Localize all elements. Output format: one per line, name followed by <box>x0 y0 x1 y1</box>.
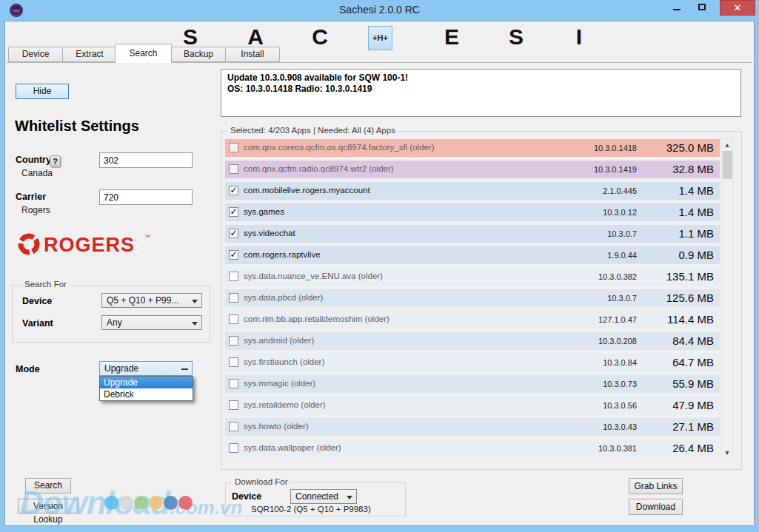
app-row[interactable]: sys.android (older)10.3.0.20884.4 MB <box>225 332 720 350</box>
scroll-up-icon[interactable]: ▲ <box>722 140 732 150</box>
app-checkbox[interactable] <box>229 272 238 281</box>
device-label: Device <box>22 296 52 306</box>
app-version: 10.3.0.73 <box>603 380 637 388</box>
app-row[interactable]: ✓sys.games10.3.0.121.4 MB <box>225 203 720 221</box>
chevron-down-icon <box>192 300 198 303</box>
app-row[interactable]: sys.howto (older)10.3.0.4327.1 MB <box>225 418 720 436</box>
carrier-name: Rogers <box>21 205 50 215</box>
minimize-icon <box>673 9 681 10</box>
rogers-swirl-icon <box>17 232 41 256</box>
search-for-group: Search For Device Q5 + Q10 + P99... Vari… <box>12 285 210 343</box>
app-checkbox-checked[interactable]: ✓ <box>229 229 238 238</box>
mode-combo[interactable]: Upgrade <box>99 361 193 376</box>
app-row[interactable]: sys.data.nuance_ve.ENU.ava (older)10.3.0… <box>225 268 720 286</box>
app-row[interactable]: sys.mmagic (older)10.3.0.7355.9 MB <box>225 375 720 393</box>
download-device-combo[interactable]: Connected <box>290 489 357 504</box>
app-name: com.qnx.qcfm.radio.qc8974.wtr2 (older) <box>244 164 394 173</box>
app-size: 1.4 MB <box>678 184 714 197</box>
variant-combo[interactable]: Any <box>101 315 202 330</box>
download-button[interactable]: Download <box>629 499 683 515</box>
logo-letter-s2: S <box>507 24 525 50</box>
app-checkbox[interactable] <box>229 143 238 152</box>
search-button[interactable]: Search <box>25 478 71 494</box>
app-checkbox[interactable] <box>229 164 238 174</box>
tab-device[interactable]: Device <box>8 47 63 62</box>
close-button[interactable]: ✕ <box>720 0 755 16</box>
logo-letter-e: E <box>443 24 461 50</box>
tab-backup[interactable]: Backup <box>171 47 226 62</box>
grab-links-button[interactable]: Grab Links <box>629 478 683 494</box>
version-lookup-button[interactable]: Version Lookup <box>18 499 78 514</box>
country-code-input[interactable] <box>99 152 193 168</box>
search-for-title: Search For <box>21 280 70 289</box>
carrier-label: Carrier <box>16 192 46 202</box>
app-row[interactable]: sys.firstlaunch (older)10.3.0.8464.7 MB <box>225 354 720 371</box>
app-checkbox-checked[interactable]: ✓ <box>229 207 238 217</box>
logo-letter-c: C <box>311 24 329 50</box>
hide-button[interactable]: Hide <box>16 84 69 99</box>
update-line1: Update 10.3.0.908 available for SQW 100-… <box>227 73 735 84</box>
app-size: 135.1 MB <box>666 270 714 283</box>
app-row[interactable]: ✓sys.videochat10.3.0.71.1 MB <box>225 225 720 243</box>
app-checkbox[interactable] <box>229 379 238 388</box>
mode-option-debrick[interactable]: Debrick <box>100 388 193 400</box>
app-version: 10.3.0.56 <box>603 401 637 410</box>
app-name: com.rim.bb.app.retaildemoshim (older) <box>244 314 389 323</box>
app-checkbox-checked[interactable]: ✓ <box>229 186 238 195</box>
tab-install[interactable]: Install <box>225 47 280 62</box>
app-name: sys.howto (older) <box>244 422 309 431</box>
app-row[interactable]: com.rim.bb.app.retaildemoshim (older)127… <box>225 311 720 329</box>
app-row[interactable]: com.qnx.coreos.qcfm.os.qc8974.factory_sf… <box>225 139 720 157</box>
download-for-group: Download For Device Connected SQR100-2 (… <box>225 482 406 516</box>
country-help-button[interactable]: ? <box>50 155 61 167</box>
scroll-down-icon[interactable]: ▼ <box>722 448 732 458</box>
app-checkbox[interactable] <box>229 357 238 367</box>
app-size: 26.4 MB <box>672 442 714 454</box>
app-name: sys.data.nuance_ve.ENU.ava (older) <box>244 272 383 280</box>
tab-search[interactable]: Search <box>115 44 172 63</box>
app-row[interactable]: sys.data.pbcd (older)10.3.0.7125.6 MB <box>225 289 720 307</box>
app-checkbox[interactable] <box>229 293 238 303</box>
app-size: 64.7 MB <box>672 356 714 368</box>
client-area: S A C +H+ E S I Device Extract Search Ba… <box>4 21 755 526</box>
app-size: 32.8 MB <box>672 163 714 175</box>
app-checkbox[interactable] <box>229 422 238 431</box>
app-row[interactable]: sys.data.wallpaper (older)10.3.0.38126.4… <box>225 440 720 457</box>
country-label: Country <box>16 155 51 165</box>
app-row[interactable]: sys.retaildemo (older)10.3.0.5647.9 MB <box>225 397 720 414</box>
app-checkbox[interactable] <box>229 400 238 410</box>
app-checkbox[interactable] <box>229 443 238 453</box>
variant-combo-value: Any <box>107 317 122 328</box>
app-name: sys.mmagic (older) <box>244 379 315 388</box>
app-checkbox[interactable] <box>229 336 238 346</box>
download-device-label: Device <box>232 491 261 502</box>
app-name: com.qnx.coreos.qcfm.os.qc8974.factory_sf… <box>244 143 435 152</box>
app-size: 125.6 MB <box>666 292 714 304</box>
minimize-button[interactable] <box>666 0 688 16</box>
app-name: sys.firstlaunch (older) <box>244 357 324 366</box>
logo-h-button[interactable]: +H+ <box>368 26 392 50</box>
logo-letter-i: I <box>570 24 588 50</box>
app-row[interactable]: ✓com.rogers.raptvlive1.9.0.440.9 MB <box>225 246 720 264</box>
app-checkbox[interactable] <box>229 314 238 324</box>
device-combo[interactable]: Q5 + Q10 + P99... <box>101 293 202 308</box>
app-row[interactable]: com.qnx.qcfm.radio.qc8974.wtr2 (older)10… <box>225 161 720 178</box>
rogers-trademark: ™ <box>144 234 150 240</box>
app-size: 55.9 MB <box>672 377 714 390</box>
maximize-button[interactable] <box>691 0 713 16</box>
app-size: 27.1 MB <box>672 420 714 433</box>
logo-letter-a: A <box>247 24 264 50</box>
mode-option-upgrade[interactable]: Upgrade <box>100 377 193 388</box>
app-name: sys.videochat <box>244 229 295 238</box>
tab-extract[interactable]: Extract <box>62 47 117 62</box>
app-version: 10.3.0.84 <box>603 358 637 367</box>
rogers-wordmark: ROGERS <box>44 234 135 257</box>
app-version: 10.3.0.381 <box>598 444 637 453</box>
mode-label: Mode <box>16 364 40 374</box>
scrollbar-thumb[interactable] <box>723 151 732 179</box>
app-name: com.rogers.raptvlive <box>244 250 321 259</box>
app-list-scrollbar[interactable]: ▲ ▼ <box>721 138 733 459</box>
app-checkbox-checked[interactable]: ✓ <box>229 250 238 260</box>
carrier-code-input[interactable] <box>99 189 193 205</box>
app-row[interactable]: ✓com.mobilelive.rogers.myaccount2.1.0.44… <box>225 182 720 200</box>
